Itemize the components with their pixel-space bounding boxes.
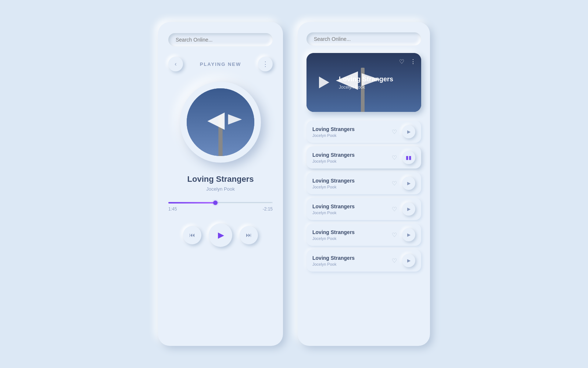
track-pause-button[interactable]: ▮▮ [402, 151, 415, 164]
track-name: Loving Strangers [312, 255, 386, 261]
heart-button[interactable]: ♡ [390, 178, 398, 188]
heart-button[interactable]: ♡ [390, 230, 398, 240]
play-triangle-icon: ▶ [407, 129, 410, 134]
left-panel: ‹ PLAYING NEW ⋮ [158, 22, 283, 346]
heart-button[interactable]: ♡ [390, 127, 398, 137]
track-play-button[interactable]: ▶ [402, 254, 415, 267]
time-remaining: -2:15 [263, 206, 273, 212]
play-triangle-icon: ▶ [407, 258, 410, 263]
featured-text: Loving Strangers Jocelyn Pook [339, 75, 393, 90]
svg-marker-10 [319, 77, 329, 88]
skip-forward-button[interactable]: ⏭ [240, 226, 258, 244]
progress-thumb [213, 201, 218, 205]
track-actions: ♡ ▶ [390, 202, 415, 216]
track-name: Loving Strangers [312, 204, 386, 209]
time-current: 1:45 [168, 206, 177, 212]
heart-button[interactable]: ♡ [390, 153, 398, 163]
track-actions: ♡ ▶ [390, 228, 415, 241]
featured-play-icon [314, 73, 333, 92]
track-title: Loving Strangers [187, 174, 254, 184]
controls-row: ⏮ ▶ ⏭ [183, 223, 258, 247]
back-button[interactable]: ‹ [168, 57, 183, 71]
more-icon: ⋮ [262, 60, 269, 68]
track-name: Loving Strangers [312, 152, 386, 158]
album-artwork [187, 88, 254, 156]
track-play-button[interactable]: ▶ [402, 202, 415, 216]
track-name: Loving Strangers [312, 229, 386, 235]
pause-icon: ▮▮ [406, 155, 412, 160]
track-item: Loving Strangers Jocelyn Pook ♡ ▮▮ [306, 146, 421, 169]
track-info: Loving Strangers Jocelyn Pook [312, 255, 386, 266]
track-artist-sm: Jocelyn Pook [312, 236, 386, 241]
playing-label: PLAYING NEW [200, 61, 241, 67]
track-info: Loving Strangers Jocelyn Pook [312, 152, 386, 163]
track-actions: ♡ ▶ [390, 177, 415, 190]
track-actions: ♡ ▶ [390, 125, 415, 138]
search-bar-right [306, 32, 421, 46]
track-name: Loving Strangers [312, 178, 386, 184]
track-play-button[interactable]: ▶ [402, 177, 415, 190]
track-item: Loving Strangers Jocelyn Pook ♡ ▶ [306, 121, 421, 143]
track-item: Loving Strangers Jocelyn Pook ♡ ▶ [306, 172, 421, 194]
featured-title: Loving Strangers [339, 75, 393, 83]
track-artist-sm: Jocelyn Pook [312, 159, 386, 163]
track-name: Loving Strangers [312, 126, 386, 132]
track-artist-sm: Jocelyn Pook [312, 210, 386, 215]
play-triangle-icon: ▶ [407, 206, 410, 212]
track-artist: Jocelyn Pook [206, 186, 234, 192]
track-list: Loving Strangers Jocelyn Pook ♡ ▶ Loving… [306, 121, 421, 336]
album-art-container [180, 82, 261, 163]
track-actions: ♡ ▮▮ [390, 151, 415, 164]
featured-overlay: Loving Strangers Jocelyn Pook [306, 53, 421, 112]
progress-container [168, 202, 273, 204]
track-item: Loving Strangers Jocelyn Pook ♡ ▶ [306, 198, 421, 220]
progress-fill [168, 202, 215, 204]
top-bar: ‹ PLAYING NEW ⋮ [168, 57, 273, 71]
featured-card[interactable]: ♡ ⋮ Loving Strangers Jocelyn Pook [306, 53, 421, 112]
heart-button[interactable]: ♡ [390, 256, 398, 266]
skip-forward-icon: ⏭ [246, 232, 252, 238]
track-info: Loving Strangers Jocelyn Pook [312, 178, 386, 189]
track-play-button[interactable]: ▶ [402, 125, 415, 138]
play-icon: ▶ [218, 230, 224, 240]
track-item: Loving Strangers Jocelyn Pook ♡ ▶ [306, 224, 421, 246]
progress-track[interactable] [168, 202, 273, 204]
track-actions: ♡ ▶ [390, 254, 415, 267]
search-bar-left [168, 33, 273, 46]
featured-artist: Jocelyn Pook [339, 85, 393, 90]
back-icon: ‹ [175, 61, 176, 67]
play-pause-button[interactable]: ▶ [209, 223, 232, 247]
search-input-left[interactable] [168, 33, 273, 46]
search-input-right[interactable] [306, 32, 421, 46]
album-art [184, 86, 257, 158]
more-options-button[interactable]: ⋮ [258, 57, 273, 71]
track-item: Loving Strangers Jocelyn Pook ♡ ▶ [306, 250, 421, 272]
play-triangle-icon: ▶ [407, 232, 410, 237]
heart-button[interactable]: ♡ [390, 204, 398, 214]
track-artist-sm: Jocelyn Pook [312, 185, 386, 189]
track-play-button[interactable]: ▶ [402, 228, 415, 241]
right-panel: ♡ ⋮ Loving Strangers Jocelyn Pook Loving… [298, 22, 430, 346]
track-info: Loving Strangers Jocelyn Pook [312, 229, 386, 241]
track-artist-sm: Jocelyn Pook [312, 262, 386, 266]
track-artist-sm: Jocelyn Pook [312, 133, 386, 138]
track-info: Loving Strangers Jocelyn Pook [312, 204, 386, 215]
play-triangle-icon: ▶ [407, 181, 410, 186]
time-row: 1:45 -2:15 [168, 206, 273, 212]
skip-back-button[interactable]: ⏮ [183, 226, 201, 244]
skip-back-icon: ⏮ [189, 232, 195, 238]
track-info: Loving Strangers Jocelyn Pook [312, 126, 386, 138]
